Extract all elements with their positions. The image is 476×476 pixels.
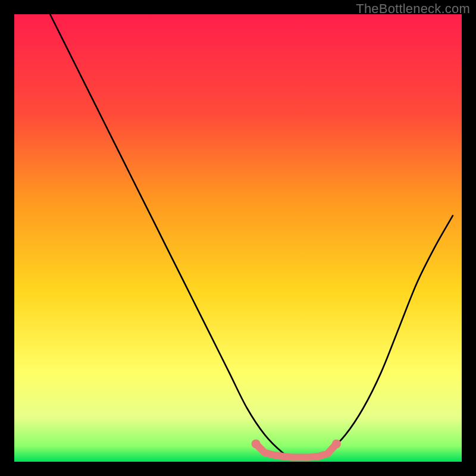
plot-area [14, 14, 462, 462]
marker-dot [252, 439, 261, 448]
recommended-range-markers [252, 439, 341, 457]
marker-dot [332, 439, 341, 448]
curve-layer [14, 14, 462, 462]
marker-path [256, 444, 336, 458]
watermark-text: TheBottleneck.com [356, 1, 470, 17]
bottleneck-curve [50, 14, 453, 458]
chart-stage: TheBottleneck.com [0, 0, 476, 476]
